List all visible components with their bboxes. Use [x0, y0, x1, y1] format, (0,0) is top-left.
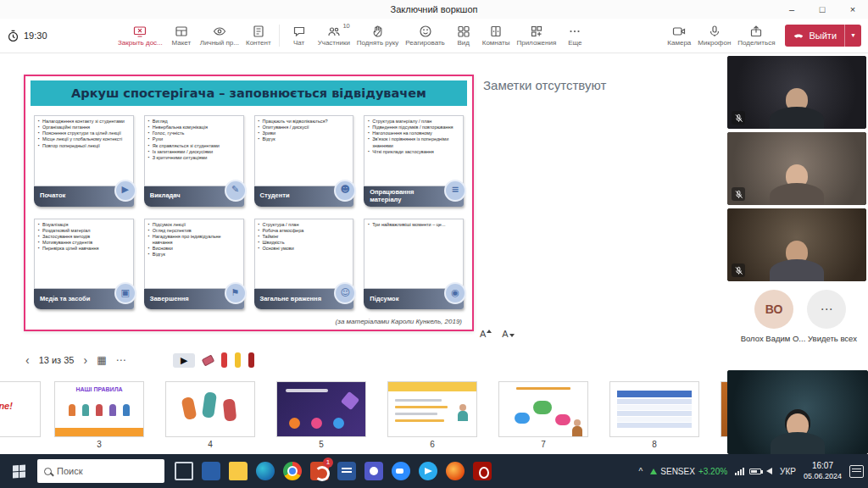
muted-microphone-icon: [732, 263, 745, 277]
powerpoint-app-icon[interactable]: 1: [310, 462, 329, 480]
eraser-tool-icon[interactable]: [202, 354, 215, 366]
hidden-icons-chevron[interactable]: ^: [639, 467, 643, 476]
timer-icon: [7, 30, 19, 42]
play-icon: ▶: [114, 180, 136, 202]
slide-title: Аркуш спостерігача – заповнюється відвід…: [31, 80, 467, 106]
taskbar-search[interactable]: [37, 459, 164, 483]
teacher-icon: ✎: [225, 180, 247, 202]
participant-video-3[interactable]: [727, 208, 866, 281]
thumb-art: [515, 413, 530, 424]
taskbar-clock[interactable]: 16:07 05.06.2024: [804, 461, 842, 481]
meeting-toolbar: 19:30 Закрыть дос... Макет Личный пр... …: [0, 19, 868, 53]
battery-icon[interactable]: [749, 469, 761, 474]
see-all-button[interactable]: ⋯: [807, 290, 846, 329]
more-icon: [568, 25, 581, 38]
volume-icon[interactable]: [766, 468, 772, 474]
participants-icon: [327, 25, 341, 38]
content-button[interactable]: Контент: [242, 23, 275, 48]
thumb-art: [555, 414, 570, 425]
camera-button[interactable]: Камера: [664, 23, 694, 48]
chat-button[interactable]: Чат: [284, 23, 314, 48]
rooms-button[interactable]: Комнаты: [479, 23, 514, 48]
close-icon[interactable]: ×: [837, 0, 868, 19]
thumb-art: [202, 391, 217, 419]
card-ending: Підсумок лекції Огляд перспектив Нагадув…: [144, 219, 244, 310]
notes-font-increase-button[interactable]: A: [480, 329, 492, 339]
participant-avatar[interactable]: ВО: [754, 290, 793, 329]
participants-button[interactable]: 10 Участники: [314, 23, 353, 48]
maximize-icon[interactable]: □: [807, 0, 837, 19]
clock-date: 05.06.2024: [804, 472, 842, 481]
annotation-toolbar: ▶: [168, 351, 259, 369]
notes-font-decrease-button[interactable]: A: [502, 329, 514, 339]
device-controls-group: Камера Микрофон Поделиться: [664, 23, 778, 48]
projector-icon: ▣: [114, 282, 136, 304]
pen-tool-icon[interactable]: [248, 352, 254, 368]
layout-button[interactable]: Макет: [166, 23, 197, 48]
tray-status-icons: [735, 468, 772, 475]
slide-thumbnail-4[interactable]: [165, 381, 255, 437]
telegram-app-icon[interactable]: [419, 462, 437, 480]
muted-microphone-icon: [732, 187, 745, 201]
card-students-label: Студенти: [260, 192, 290, 199]
laser-pointer-tool-icon[interactable]: [221, 352, 227, 368]
window-titlebar: Заключний воркшоп – □ ×: [0, 0, 868, 19]
action-center-icon[interactable]: [849, 465, 864, 478]
language-indicator[interactable]: УКР: [780, 467, 796, 476]
stock-index-name: SENSEX: [660, 467, 695, 476]
slide-thumbnail-online[interactable]: Online!: [0, 381, 41, 437]
word-app-icon[interactable]: [337, 462, 356, 480]
slide-thumbnail-6[interactable]: [387, 381, 477, 437]
chrome-browser-icon[interactable]: [283, 462, 302, 480]
slide-thumbnail-rules[interactable]: НАШІ ПРАВИЛА: [54, 381, 144, 437]
participant-video-1[interactable]: [727, 56, 866, 129]
thumb-art: [96, 404, 103, 416]
network-signal-icon[interactable]: [735, 468, 744, 475]
teams-app-icon[interactable]: [364, 462, 383, 480]
raise-hand-button[interactable]: Поднять руку: [353, 23, 402, 48]
shared-slide: Аркуш спостерігача – заповнюється відвід…: [24, 75, 474, 331]
microphone-button[interactable]: Микрофон: [694, 23, 734, 48]
microphone-icon: [708, 25, 721, 38]
next-slide-button[interactable]: ›: [83, 353, 87, 367]
slide-thumbnail-8[interactable]: [609, 381, 699, 437]
leave-options-chevron-icon[interactable]: ▼: [844, 25, 861, 47]
participant-silhouette: [770, 241, 824, 281]
highlighter-tool-icon[interactable]: [235, 352, 241, 368]
minimize-icon[interactable]: –: [776, 0, 807, 19]
acrobat-app-icon[interactable]: [473, 462, 492, 480]
stop-presenting-button[interactable]: Закрыть дос...: [114, 23, 166, 48]
participant-video-2[interactable]: [727, 132, 866, 205]
window-controls: – □ ×: [776, 0, 868, 19]
meeting-timer: 19:30: [7, 30, 58, 42]
view-button[interactable]: Вид: [448, 23, 479, 48]
thumb-art: [223, 398, 237, 421]
previous-slide-button[interactable]: ‹: [25, 353, 30, 367]
participant-video-4[interactable]: [727, 370, 868, 454]
thumb-art: [574, 419, 581, 426]
slide-thumbnail-5[interactable]: [276, 381, 366, 437]
start-button[interactable]: [0, 454, 37, 488]
search-icon: [44, 468, 52, 475]
pointer-tool-icon[interactable]: ▶: [173, 353, 195, 368]
see-all-label: Увидеть всех: [800, 334, 865, 343]
react-button[interactable]: Реагировать: [402, 23, 448, 48]
search-input[interactable]: [57, 466, 142, 476]
zoom-app-icon[interactable]: [392, 462, 410, 480]
edge-browser-icon[interactable]: [256, 462, 275, 480]
file-explorer-icon[interactable]: [229, 462, 248, 480]
task-view-icon[interactable]: [175, 462, 193, 480]
more-button[interactable]: Еще: [559, 23, 590, 48]
mail-app-icon[interactable]: [202, 462, 220, 480]
stock-ticker-widget[interactable]: SENSEX +3.20%: [650, 467, 727, 476]
leave-button[interactable]: Выйти ▼: [785, 25, 861, 47]
slide-grid-view-icon[interactable]: ▦: [97, 354, 106, 366]
share-button[interactable]: Поделиться: [734, 23, 778, 48]
apps-button[interactable]: Приложения: [513, 23, 559, 48]
firefox-browser-icon[interactable]: [446, 462, 465, 480]
slide-more-options-icon[interactable]: ⋯: [115, 354, 125, 366]
participant-silhouette: [770, 88, 824, 129]
share-icon: [749, 25, 763, 38]
private-view-button[interactable]: Личный пр...: [197, 23, 242, 48]
slide-thumbnail-7[interactable]: [498, 381, 588, 437]
